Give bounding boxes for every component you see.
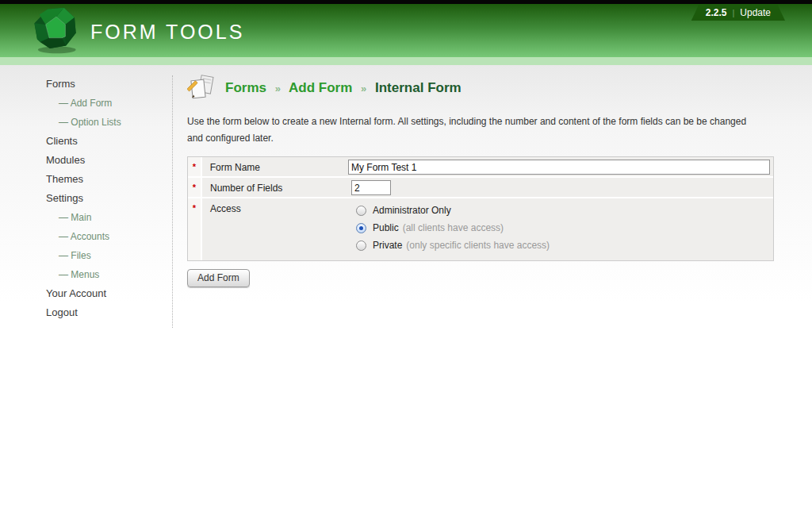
access-option-label: Administrator Only — [373, 205, 451, 216]
sidebar-item-modules[interactable]: Modules — [46, 152, 172, 171]
number-of-fields-input[interactable] — [351, 180, 391, 195]
intro-text: Use the form below to create a new Inter… — [187, 114, 747, 147]
access-option-label: Private — [373, 240, 402, 251]
access-option-note: (only specific clients have access) — [406, 240, 550, 251]
sidebar-item-your-account[interactable]: Your Account — [46, 286, 172, 305]
access-row: * Access Administrator Only Public (all … — [188, 198, 773, 260]
breadcrumb: Forms » Add Form » Internal Form — [187, 74, 776, 102]
access-option-public[interactable]: Public (all clients have access) — [351, 219, 770, 237]
access-label: Access — [202, 198, 348, 260]
breadcrumb-separator: » — [361, 83, 366, 94]
sidebar-item-accounts[interactable]: — Accounts — [46, 229, 172, 248]
sidebar-nav: Forms — Add Form — Option Lists Clients … — [0, 76, 172, 324]
breadcrumb-link-forms[interactable]: Forms — [225, 80, 266, 95]
access-option-note: (all clients have access) — [403, 222, 504, 233]
sidebar-item-themes[interactable]: Themes — [46, 171, 172, 190]
logo: FORM TOOLS — [30, 6, 244, 55]
form-edit-pencil-icon — [187, 74, 216, 102]
update-link[interactable]: Update — [740, 7, 771, 18]
sidebar-item-files[interactable]: — Files — [46, 248, 172, 267]
sidebar-item-logout[interactable]: Logout — [46, 305, 172, 324]
version-tab: 2.2.5 | Update — [691, 4, 785, 21]
access-options: Administrator Only Public (all clients h… — [348, 198, 773, 260]
number-of-fields-cell — [348, 178, 773, 197]
radio-button-icon[interactable] — [356, 241, 366, 251]
breadcrumb-separator: » — [275, 83, 281, 94]
access-option-administrator-only[interactable]: Administrator Only — [351, 202, 770, 219]
sidebar-item-add-form[interactable]: — Add Form — [46, 95, 172, 114]
page: FORM TOOLS 2.2.5 | Update Forms — Add Fo… — [0, 0, 812, 508]
sidebar-item-option-lists[interactable]: — Option Lists — [46, 114, 172, 133]
sidebar-divider — [172, 75, 173, 328]
sidebar-item-clients[interactable]: Clients — [46, 133, 172, 152]
required-marker: * — [188, 157, 202, 176]
sidebar-item-forms[interactable]: Forms — [46, 76, 172, 95]
required-marker: * — [188, 178, 202, 197]
sidebar-item-settings[interactable]: Settings — [46, 190, 172, 210]
form-tools-gem-icon — [30, 6, 81, 55]
radio-button-selected-icon[interactable] — [356, 223, 366, 233]
add-form-table: * Form Name * Number of Fields * Access — [187, 156, 774, 261]
version-number: 2.2.5 — [706, 7, 727, 18]
breadcrumb-link-add-form[interactable]: Add Form — [289, 80, 352, 95]
add-form-button[interactable]: Add Form — [187, 269, 250, 287]
logo-text: FORM TOOLS — [90, 21, 244, 44]
form-name-label: Form Name — [202, 157, 345, 176]
radio-button-icon[interactable] — [356, 206, 366, 216]
number-of-fields-row: * Number of Fields — [188, 178, 773, 198]
access-option-label: Public — [373, 222, 399, 233]
header-light-strip — [0, 57, 812, 65]
form-name-row: * Form Name — [188, 157, 773, 178]
version-separator: | — [732, 8, 734, 17]
page-title: Internal Form — [375, 80, 462, 95]
access-option-private[interactable]: Private (only specific clients have acce… — [351, 237, 770, 254]
form-name-cell — [345, 157, 773, 176]
number-of-fields-label: Number of Fields — [202, 178, 348, 197]
form-name-input[interactable] — [348, 160, 770, 175]
sidebar-item-main[interactable]: — Main — [46, 210, 172, 229]
main-content: Forms » Add Form » Internal Form Use the… — [187, 74, 776, 287]
sidebar-item-menus[interactable]: — Menus — [46, 267, 172, 286]
required-marker: * — [188, 198, 202, 260]
